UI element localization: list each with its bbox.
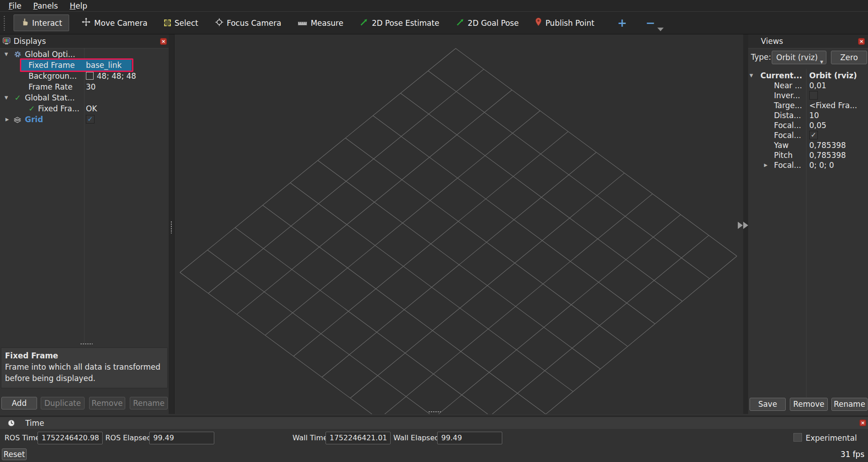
left-splitter[interactable] [169,34,175,414]
panel-title: Views [761,37,783,46]
expander-open-icon[interactable]: ▼ [5,92,8,103]
row-global-status[interactable]: ▼ ✓ Global Stat... [0,92,169,103]
hand-icon [21,18,28,28]
property-value[interactable]: 0,785398 [809,150,846,160]
time-panel-header[interactable]: Time × [0,417,868,429]
property-value[interactable]: 0,01 [809,81,826,90]
property-value[interactable]: 30 [86,81,96,92]
tool-interact[interactable]: Interact [14,14,69,31]
expander-collapsed-icon[interactable]: ▶ [764,160,768,170]
property-value[interactable]: 0; 0; 0 [809,160,834,170]
views-panel-header[interactable]: Views × [748,34,868,48]
type-label: Type: [751,52,771,62]
move-arrows-icon [82,18,90,28]
right-splitter[interactable] [743,34,748,414]
row-frame-rate[interactable]: Frame Rate 30 [0,81,169,92]
expander-open-icon[interactable]: ▼ [750,71,753,81]
ros-time-field[interactable]: 1752246420.98 [38,432,103,444]
splitter-handle[interactable] [80,343,93,345]
property-value[interactable]: <Fixed Fra... [809,100,857,110]
save-button[interactable]: Save [750,398,786,411]
row-target-frame[interactable]: Targe... <Fixed Fra... [748,100,868,110]
wall-time-label: Wall Time: [292,432,330,444]
tool-label: 2D Pose Estimate [372,19,439,28]
property-value[interactable]: 10 [809,110,819,120]
status-ok-check-icon: ✓ [28,103,35,114]
view-type-dropdown[interactable]: Orbit (rviz) ▼ [772,51,826,64]
row-fixed-frame-status[interactable]: ✓ Fixed Fra... OK [0,103,169,114]
property-label: Inver... [774,90,800,100]
row-background-color[interactable]: Backgroun... 48; 48; 48 [0,71,169,81]
wall-elapsed-field[interactable]: 99.49 [437,432,502,444]
tool-2d-pose-estimate[interactable]: 2D Pose Estimate [360,18,439,28]
view-type-value: Orbit (rviz) [776,53,818,62]
display-name-label: Grid [25,114,43,125]
close-icon[interactable]: × [160,38,167,45]
property-label: Focal... [774,160,801,170]
checkbox-checked[interactable]: ✓ [809,131,818,139]
property-label: Focal... [774,120,801,130]
row-grid-display[interactable]: ▶ Grid ✓ [0,114,169,125]
row-current-view[interactable]: ▼ Current... Orbit (rviz) [748,71,868,81]
close-icon[interactable]: × [859,419,866,426]
splitter-handle[interactable] [170,221,172,233]
add-tool-button[interactable]: + [618,16,627,29]
menu-file[interactable]: File [3,1,27,11]
displays-panel-header[interactable]: Displays × [0,34,169,48]
tool-publish-point[interactable]: Publish Point [535,18,594,28]
zero-button[interactable]: Zero [831,51,867,64]
row-pitch[interactable]: Pitch 0,785398 [748,150,868,160]
tool-2d-goal-pose[interactable]: 2D Goal Pose [456,18,519,28]
close-icon[interactable]: × [858,38,865,45]
row-focal-shape-size[interactable]: Focal... 0,05 [748,120,868,130]
3d-viewport[interactable] [175,34,743,414]
remove-button[interactable]: Remove [790,398,828,411]
ros-elapsed-field[interactable]: 99.49 [149,432,214,444]
grid-3d[interactable] [175,34,743,414]
remove-button: Remove [89,397,125,410]
property-label: Frame Rate [28,81,72,92]
property-label: Dista... [774,110,801,120]
rename-button: Rename [130,397,168,410]
add-button[interactable]: Add [1,397,37,410]
grid-lines [180,48,737,414]
color-swatch[interactable] [86,72,94,80]
wall-time-field[interactable]: 1752246421.01 [326,432,391,444]
tool-measure[interactable]: Measure [298,19,343,28]
time-panel: Time × ROS Time: 1752246420.98 ROS Elaps… [0,416,868,462]
remove-tool-button[interactable]: − [646,16,656,29]
row-near-clip[interactable]: Near ... 0,01 [748,81,868,90]
collapse-right-arrow-icon[interactable] [743,222,748,229]
toolbar-drag-handle[interactable] [3,15,5,31]
property-value[interactable]: 0,05 [809,120,826,130]
menu-help[interactable]: Help [64,1,93,11]
row-yaw[interactable]: Yaw 0,785398 [748,140,868,150]
row-distance[interactable]: Dista... 10 [748,110,868,120]
property-value[interactable]: 48; 48; 48 [97,71,136,81]
property-value[interactable]: 0,785398 [809,140,846,150]
collapse-right-arrow-icon[interactable] [738,222,743,229]
row-focal-point[interactable]: ▶ Focal... 0; 0; 0 [748,160,868,170]
tool-label: Interact [32,19,62,28]
property-description-box: Fixed Frame Frame into which all data is… [1,348,168,388]
wall-elapsed-label: Wall Elapsed: [393,432,442,444]
rename-button[interactable]: Rename [831,398,868,411]
experimental-checkbox[interactable] [793,433,802,442]
ros-time-label: ROS Time: [5,432,42,444]
bottom-splitter-handle[interactable] [428,411,441,413]
property-label: Targe... [774,100,802,110]
chevron-down-icon[interactable] [657,28,664,31]
expander-collapsed-icon[interactable]: ▶ [5,114,9,125]
row-invert-z[interactable]: Inver... [748,90,868,100]
tool-select[interactable]: Select [164,19,198,28]
row-focal-shape-fixed[interactable]: Focal... ✓ [748,130,868,140]
property-label: Near ... [774,81,802,90]
checkbox-unchecked[interactable] [809,91,818,100]
enabled-checkbox-checked[interactable]: ✓ [86,115,94,124]
duplicate-button: Duplicate [41,397,85,410]
tool-move-camera[interactable]: Move Camera [82,18,147,28]
reset-button[interactable]: Reset [2,448,27,460]
menu-panels[interactable]: Panels [27,1,64,11]
tool-focus-camera[interactable]: Focus Camera [215,18,282,28]
expander-open-icon[interactable]: ▼ [5,49,8,60]
